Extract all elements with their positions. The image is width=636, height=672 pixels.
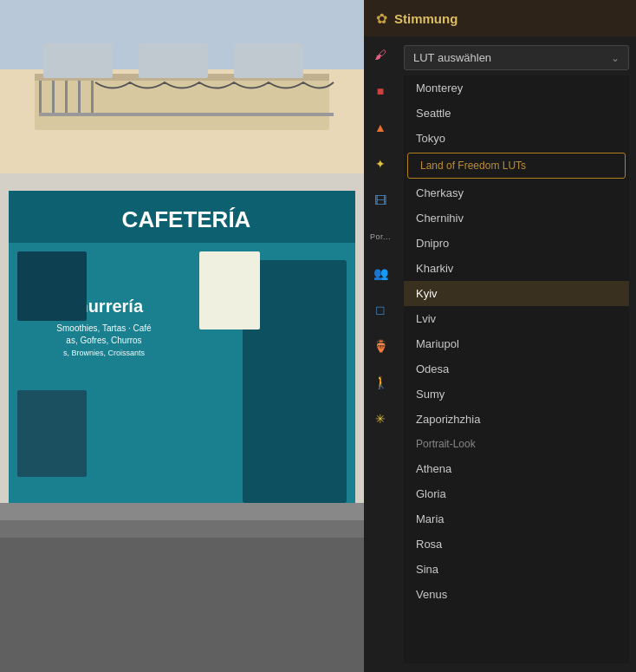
svg-rect-10	[43, 43, 113, 78]
svg-rect-6	[65, 81, 68, 115]
list-item-monterey[interactable]: Monterey	[404, 75, 629, 101]
svg-rect-26	[0, 520, 364, 538]
list-item-dnipro[interactable]: Dnipro	[404, 231, 629, 256]
list-item-venus[interactable]: Venus	[404, 582, 629, 607]
svg-rect-9	[39, 113, 334, 116]
svg-rect-21	[17, 251, 87, 321]
bottle-icon[interactable]: 🏺	[371, 336, 390, 356]
section-header-land-of-freedom: Land of Freedom LUTs	[407, 153, 626, 179]
list-item-mariupol[interactable]: Mariupol	[404, 331, 629, 356]
sparkle-icon[interactable]: ✦	[371, 154, 390, 173]
list-item-kharkiv[interactable]: Kharkiv	[404, 256, 629, 281]
list-item-seattle[interactable]: Seattle	[404, 101, 629, 126]
portrait-icon[interactable]: ◻	[371, 300, 390, 319]
svg-rect-11	[139, 43, 208, 78]
svg-text:Smoothies, Tartas · Café: Smoothies, Tartas · Café	[56, 323, 152, 333]
svg-rect-23	[199, 251, 260, 329]
brush-icon[interactable]: 🖌	[371, 45, 390, 64]
por-label: Por...	[370, 227, 391, 246]
list-item-zaporizhzhia[interactable]: Zaporizhzhia	[404, 407, 629, 432]
list-item-lviv[interactable]: Lviv	[404, 306, 629, 331]
section-plain-portrait-look: Portrait-Look	[404, 432, 629, 456]
list-item-cherkasy[interactable]: Cherkasy	[404, 180, 629, 206]
list-item-odesa[interactable]: Odesa	[404, 356, 629, 382]
dropdown-area: LUT auswählen ⌄ MontereySeattleTokyoLand…	[397, 36, 636, 672]
panel-title: Stimmung	[394, 11, 458, 26]
sun-icon[interactable]: ✳	[371, 409, 390, 428]
triangle-icon[interactable]: ▲	[371, 118, 390, 137]
photo-area: CAFETERÍA Churrería Smoothies, Tartas · …	[0, 0, 364, 672]
svg-text:CAFETERÍA: CAFETERÍA	[122, 206, 251, 232]
list-item-athena[interactable]: Athena	[404, 456, 629, 481]
lut-dropdown-list[interactable]: MontereySeattleTokyoLand of Freedom LUTs…	[404, 75, 629, 663]
svg-rect-27	[0, 538, 364, 672]
list-item-gloria[interactable]: Gloria	[404, 481, 629, 506]
svg-rect-4	[39, 81, 42, 115]
svg-rect-7	[78, 81, 81, 115]
panel-header: ✿ Stimmung	[364, 0, 636, 36]
list-item-tokyo[interactable]: Tokyo	[404, 126, 629, 151]
right-panel: ✿ Stimmung 🖌 ■ ▲ ✦ 🎞 Por... 👥 ◻ 🏺 🚶 ✳ LU…	[364, 0, 636, 672]
list-item-rosa[interactable]: Rosa	[404, 532, 629, 557]
list-item-sumy[interactable]: Sumy	[404, 382, 629, 407]
list-item-chernihiv[interactable]: Chernihiv	[404, 206, 629, 231]
lut-select-label: LUT auswählen	[413, 51, 491, 64]
lut-select-button[interactable]: LUT auswählen ⌄	[404, 45, 629, 70]
svg-text:as, Gofres, Churros: as, Gofres, Churros	[66, 336, 141, 345]
svg-text:s, Brownies, Croissants: s, Brownies, Croissants	[63, 349, 146, 357]
stimmung-icon: ✿	[376, 10, 387, 27]
list-item-sina[interactable]: Sina	[404, 557, 629, 582]
figure-icon[interactable]: 🚶	[371, 373, 390, 392]
svg-rect-12	[234, 43, 303, 78]
svg-rect-24	[17, 390, 87, 477]
sidebar-icons: 🖌 ■ ▲ ✦ 🎞 Por... 👥 ◻ 🏺 🚶 ✳	[364, 36, 397, 672]
list-item-kyiv[interactable]: Kyiv	[404, 281, 629, 306]
people-icon[interactable]: 👥	[371, 264, 390, 283]
film-icon[interactable]: 🎞	[371, 191, 390, 210]
svg-rect-8	[91, 81, 94, 115]
list-item-maria[interactable]: Maria	[404, 506, 629, 532]
svg-rect-5	[52, 81, 55, 115]
square-icon[interactable]: ■	[371, 82, 390, 101]
chevron-down-icon: ⌄	[611, 52, 620, 64]
